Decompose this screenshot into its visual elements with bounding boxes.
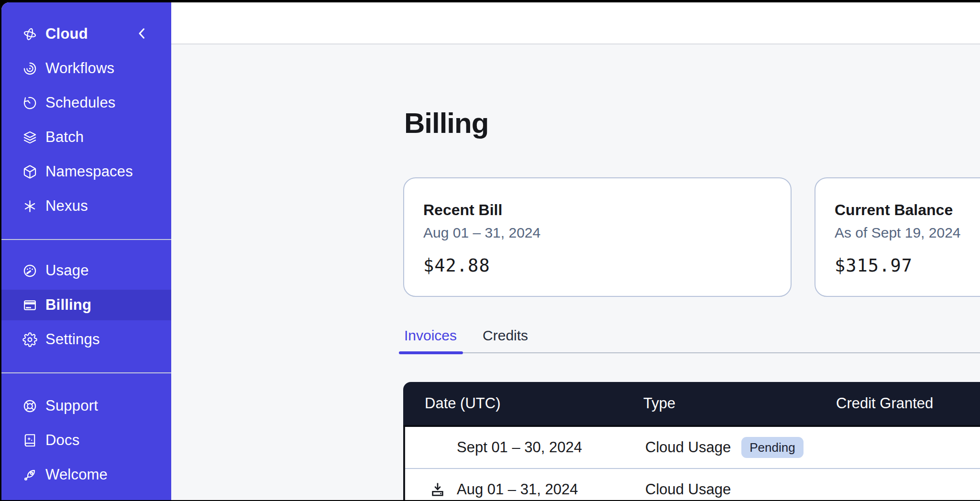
card-amount: $42.88 (423, 255, 771, 276)
sidebar-item-usage[interactable]: Usage (1, 255, 171, 286)
brand-label: Cloud (45, 25, 88, 43)
column-header-type: Type (622, 395, 815, 412)
current-balance-card: Current Balance As of Sept 19, 2024 $315… (815, 177, 980, 297)
status-badge: Pending (741, 437, 803, 458)
card-subtitle: As of Sept 19, 2024 (835, 225, 980, 241)
table-row[interactable]: Aug 01 – 31, 2024 Cloud Usage (405, 468, 980, 500)
invoice-date: Sept 01 – 30, 2024 (457, 439, 582, 456)
sidebar-divider (1, 239, 171, 240)
usage-icon (22, 263, 37, 278)
invoice-date: Aug 01 – 31, 2024 (457, 481, 578, 498)
card-subtitle: Aug 01 – 31, 2024 (423, 225, 771, 241)
cell-type: Cloud Usage Pending (624, 437, 816, 458)
sidebar-item-label: Docs (45, 432, 79, 449)
sidebar-item-schedules[interactable]: Schedules (1, 87, 171, 118)
invoices-table-header: Date (UTC) Type Credit Granted (403, 382, 980, 427)
namespaces-icon (22, 164, 37, 179)
sidebar-item-label: Workflows (45, 60, 114, 77)
sidebar-item-label: Support (45, 397, 98, 414)
schedules-icon (22, 96, 37, 110)
card-title: Recent Bill (423, 201, 771, 219)
invoice-type: Cloud Usage (645, 481, 731, 498)
temporal-cloud-logo-icon (22, 27, 37, 42)
invoices-table: Date (UTC) Type Credit Granted Sept 01 –… (403, 382, 980, 500)
billing-page: Billing Recent Bill Aug 01 – 31, 2024 $4… (171, 44, 980, 500)
settings-icon (22, 332, 37, 347)
sidebar-item-welcome[interactable]: Welcome (1, 459, 171, 490)
sidebar-item-label: Welcome (45, 466, 108, 483)
nexus-icon (22, 199, 37, 214)
main-area: Billing Recent Bill Aug 01 – 31, 2024 $4… (171, 2, 980, 500)
sidebar-nav: Workflows Schedules (1, 49, 171, 494)
sidebar-item-label: Schedules (45, 94, 116, 111)
sidebar-item-batch[interactable]: Batch (1, 122, 171, 152)
app-window: Cloud Workflows (1, 2, 980, 500)
tab-invoices[interactable]: Invoices (403, 327, 458, 352)
sidebar-item-label: Settings (45, 331, 100, 348)
docs-icon (22, 433, 37, 448)
sidebar-item-nexus[interactable]: Nexus (1, 191, 171, 221)
sidebar-brand: Cloud (1, 19, 171, 49)
cell-type: Cloud Usage (624, 481, 816, 498)
recent-bill-card: Recent Bill Aug 01 – 31, 2024 $42.88 (403, 177, 792, 297)
cell-date: Aug 01 – 31, 2024 (405, 481, 624, 498)
sidebar-item-support[interactable]: Support (1, 391, 171, 421)
sidebar-item-settings[interactable]: Settings (1, 324, 171, 355)
sidebar-collapse-button[interactable] (134, 25, 150, 42)
support-icon (22, 399, 37, 414)
download-invoice-button[interactable] (429, 481, 457, 498)
batch-icon (22, 130, 37, 145)
page-title: Billing (404, 107, 980, 140)
table-row[interactable]: Sept 01 – 30, 2024 Cloud Usage Pending (405, 427, 980, 468)
sidebar: Cloud Workflows (1, 2, 171, 500)
column-header-credit-granted: Credit Granted (815, 395, 980, 412)
sidebar-item-label: Billing (45, 296, 91, 314)
sidebar-item-billing[interactable]: Billing (1, 290, 171, 320)
sidebar-item-workflows[interactable]: Workflows (1, 53, 171, 84)
column-header-date: Date (UTC) (403, 395, 622, 412)
sidebar-item-label: Batch (45, 129, 84, 146)
tab-credits[interactable]: Credits (482, 327, 529, 352)
invoice-type: Cloud Usage (645, 439, 731, 456)
sidebar-item-label: Namespaces (45, 163, 133, 180)
sidebar-item-label: Nexus (45, 197, 88, 215)
billing-tabs: Invoices Credits (399, 327, 980, 353)
card-title: Current Balance (835, 201, 980, 219)
sidebar-item-docs[interactable]: Docs (1, 425, 171, 456)
cell-date: Sept 01 – 30, 2024 (405, 439, 624, 456)
sidebar-divider (1, 372, 171, 373)
billing-icon (22, 298, 37, 313)
invoices-table-body: Sept 01 – 30, 2024 Cloud Usage Pending (403, 427, 980, 500)
workflows-icon (22, 61, 37, 76)
topbar (171, 2, 980, 44)
card-amount: $315.97 (835, 255, 980, 276)
sidebar-item-label: Usage (45, 262, 89, 279)
billing-summary-cards: Recent Bill Aug 01 – 31, 2024 $42.88 Cur… (403, 177, 980, 297)
sidebar-item-namespaces[interactable]: Namespaces (1, 156, 171, 187)
welcome-icon (22, 468, 37, 482)
